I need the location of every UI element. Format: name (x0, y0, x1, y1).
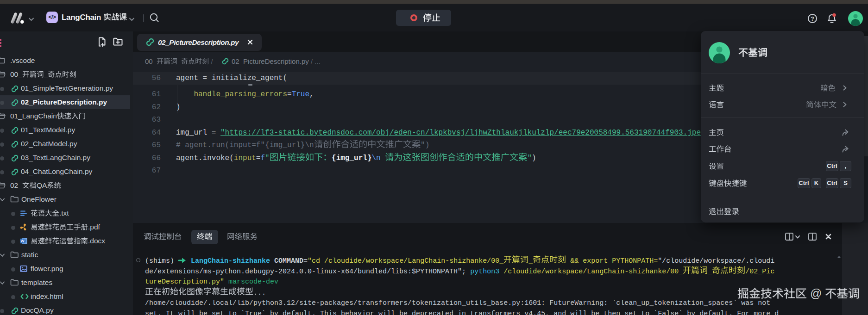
svg-text:?: ? (811, 16, 814, 22)
svg-text:W: W (20, 239, 25, 243)
